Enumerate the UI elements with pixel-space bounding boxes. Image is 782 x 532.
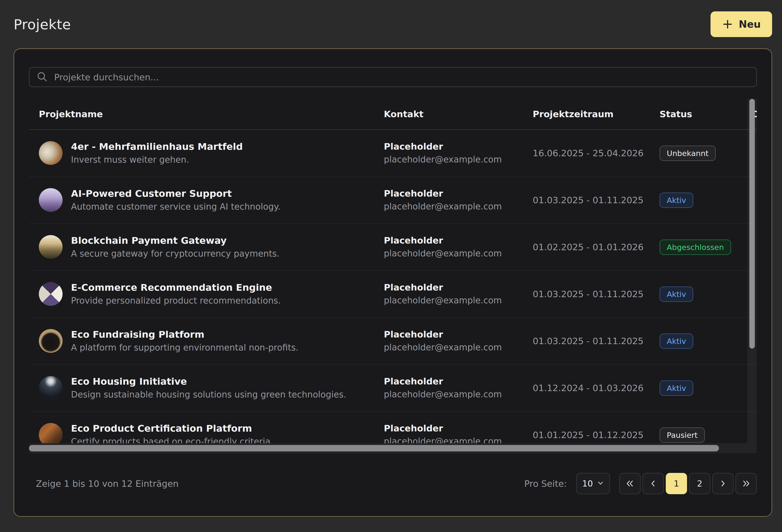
project-period: 01.02.2025 - 01.01.2026 [533, 242, 660, 252]
search-icon [36, 71, 48, 83]
status-badge: Unbekannt [660, 146, 716, 161]
project-text: E-Commerce Recommendation Engine Provide… [71, 281, 281, 307]
project-cell: Eco Fundraising Platform A platform for … [29, 329, 384, 353]
entries-summary: Zeige 1 bis 10 von 12 Einträgen [29, 479, 179, 489]
contact-name: Placeholder [384, 141, 533, 153]
contact-email: placeholder@example.com [384, 389, 533, 400]
page-button-1[interactable]: 1 [666, 473, 687, 494]
project-avatar [39, 141, 63, 165]
chevron-down-icon [597, 480, 604, 488]
contact-cell: Placeholder placeholder@example.com [384, 423, 533, 443]
per-page-select[interactable]: 10 [576, 473, 610, 494]
contact-cell: Placeholder placeholder@example.com [384, 329, 533, 353]
first-page-button[interactable] [619, 473, 641, 494]
project-avatar [39, 235, 63, 259]
project-name: AI-Powered Customer Support [71, 188, 280, 200]
search-box [29, 67, 757, 87]
plus-icon [722, 18, 733, 30]
project-cell: Blockchain Payment Gateway A secure gate… [29, 235, 384, 260]
column-header-status: Status [660, 109, 752, 119]
search-input[interactable] [54, 72, 749, 82]
contact-cell: Placeholder placeholder@example.com [384, 188, 533, 212]
horizontal-scrollbar-track [29, 443, 757, 453]
project-description: A secure gateway for cryptocurrency paym… [71, 248, 280, 260]
next-page-button[interactable] [712, 473, 734, 494]
double-chevron-left-icon [625, 479, 635, 488]
status-cell: Aktiv [660, 380, 752, 396]
project-cell: E-Commerce Recommendation Engine Provide… [29, 281, 384, 307]
project-cell: Eco Product Certification Platform Certi… [29, 422, 384, 443]
contact-email: placeholder@example.com [384, 248, 533, 259]
status-badge: Aktiv [660, 380, 693, 396]
page-button-2[interactable]: 2 [689, 473, 710, 494]
status-cell: Pausiert [660, 427, 752, 443]
table-row[interactable]: Eco Product Certification Platform Certi… [29, 412, 757, 443]
status-badge: Aktiv [660, 334, 693, 349]
chevron-left-icon [649, 479, 657, 488]
previous-page-button[interactable] [642, 473, 664, 494]
project-period: 01.03.2025 - 01.11.2025 [533, 289, 660, 299]
status-badge: Aktiv [660, 193, 693, 208]
new-project-button[interactable]: Neu [711, 11, 772, 37]
horizontal-scrollbar-thumb[interactable] [29, 445, 719, 451]
page-number-buttons: 12 [666, 473, 710, 494]
top-bar: Projekte Neu [13, 0, 772, 48]
pagination-controls: Pro Seite: 10 [524, 473, 757, 494]
contact-cell: Placeholder placeholder@example.com [384, 141, 533, 165]
contact-email: placeholder@example.com [384, 154, 533, 165]
contact-email: placeholder@example.com [384, 436, 533, 443]
status-cell: Aktiv [660, 287, 752, 302]
table-body: 4er - Mehrfamilienhaus Martfeld Inverst … [29, 130, 757, 443]
project-description: Certify products based on eco-friendly c… [71, 436, 273, 443]
per-page-value: 10 [582, 479, 593, 489]
status-cell: Abgeschlossen [660, 239, 752, 255]
new-project-button-label: Neu [739, 18, 761, 30]
table: Projektname Kontakt Projektzeitraum Stat… [29, 99, 757, 443]
project-name: Eco Housing Initiative [71, 376, 346, 388]
per-page-label: Pro Seite: [524, 479, 567, 489]
table-row[interactable]: Blockchain Payment Gateway A secure gate… [29, 224, 757, 271]
table-row[interactable]: Eco Fundraising Platform A platform for … [29, 318, 757, 365]
project-avatar [39, 376, 63, 400]
contact-name: Placeholder [384, 423, 533, 434]
projects-card: Projektname Kontakt Projektzeitraum Stat… [13, 48, 772, 517]
table-header-row: Projektname Kontakt Projektzeitraum Stat… [29, 99, 757, 130]
table-viewport: Projektname Kontakt Projektzeitraum Stat… [29, 99, 757, 443]
pager: 12 [619, 473, 757, 494]
contact-email: placeholder@example.com [384, 295, 533, 306]
project-name: Eco Fundraising Platform [71, 329, 298, 341]
project-period: 01.03.2025 - 01.11.2025 [533, 195, 660, 205]
vertical-scrollbar-thumb[interactable] [749, 99, 755, 349]
project-description: Automate customer service using AI techn… [71, 201, 280, 213]
contact-name: Placeholder [384, 282, 533, 294]
contact-name: Placeholder [384, 376, 533, 387]
table-row[interactable]: Eco Housing Initiative Design sustainabl… [29, 365, 757, 412]
project-period: 01.12.2024 - 01.03.2026 [533, 383, 660, 393]
last-page-button[interactable] [736, 473, 757, 494]
page-title: Projekte [13, 16, 71, 32]
page: Projekte Neu Projektname [0, 0, 782, 517]
project-text: Eco Product Certification Platform Certi… [71, 422, 273, 443]
project-text: Blockchain Payment Gateway A secure gate… [71, 235, 280, 260]
status-badge: Pausiert [660, 427, 705, 443]
project-text: Eco Fundraising Platform A platform for … [71, 329, 298, 353]
contact-name: Placeholder [384, 188, 533, 199]
project-period: 01.01.2025 - 01.12.2025 [533, 430, 660, 440]
contact-cell: Placeholder placeholder@example.com [384, 235, 533, 259]
card-footer: Zeige 1 bis 10 von 12 Einträgen Pro Seit… [29, 473, 757, 494]
table-row[interactable]: AI-Powered Customer Support Automate cus… [29, 177, 757, 224]
project-avatar [39, 423, 63, 443]
project-description: A platform for supporting environmental … [71, 342, 298, 353]
double-chevron-right-icon [741, 479, 751, 488]
project-text: 4er - Mehrfamilienhaus Martfeld Inverst … [71, 141, 243, 166]
project-avatar [39, 282, 63, 306]
contact-email: placeholder@example.com [384, 201, 533, 212]
project-description: Design sustainable housing solutions usi… [71, 389, 346, 401]
table-row[interactable]: E-Commerce Recommendation Engine Provide… [29, 271, 757, 318]
table-row[interactable]: 4er - Mehrfamilienhaus Martfeld Inverst … [29, 130, 757, 177]
status-cell: Aktiv [660, 193, 752, 208]
status-cell: Aktiv [660, 334, 752, 349]
contact-cell: Placeholder placeholder@example.com [384, 376, 533, 400]
project-text: Eco Housing Initiative Design sustainabl… [71, 376, 346, 401]
project-text: AI-Powered Customer Support Automate cus… [71, 188, 280, 213]
